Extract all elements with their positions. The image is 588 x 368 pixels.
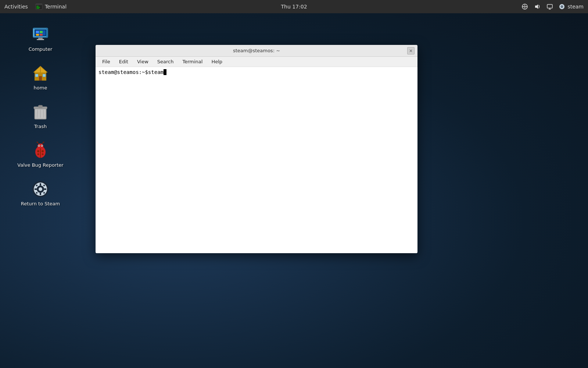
return-to-steam-label: Return to Steam (21, 201, 60, 207)
terminal-window: steam@steamos: ~ × File Edit View Search… (96, 45, 417, 253)
terminal-body[interactable]: steam@steamos:~$ steam (96, 67, 417, 253)
svg-marker-7 (535, 4, 538, 9)
svg-rect-2 (36, 6, 39, 7)
topbar-app-name: Terminal (45, 4, 67, 10)
volume-icon[interactable] (534, 3, 541, 10)
terminal-cursor (164, 69, 166, 75)
desktop-icon-trash[interactable]: Trash (0, 98, 81, 134)
svg-rect-28 (35, 74, 38, 77)
svg-line-35 (37, 110, 37, 118)
terminal-titlebar: steam@steamos: ~ × (96, 45, 417, 57)
svg-point-47 (37, 153, 39, 155)
svg-rect-22 (40, 31, 43, 33)
svg-rect-19 (38, 38, 43, 39)
svg-point-42 (39, 145, 39, 146)
terminal-command: steam (148, 69, 164, 75)
trash-label: Trash (34, 124, 47, 130)
desktop: Computer home (0, 13, 81, 368)
topbar: Activities Terminal Thu 17:02 (0, 0, 588, 13)
computer-label: Computer (29, 46, 53, 53)
svg-line-37 (43, 110, 44, 118)
menu-help[interactable]: Help (208, 58, 226, 65)
svg-rect-21 (36, 31, 39, 33)
desktop-icon-home[interactable]: home (0, 59, 81, 96)
terminal-prompt-text: steam@steamos:~$ (98, 69, 148, 75)
svg-rect-59 (35, 188, 37, 190)
activities-button[interactable]: Activities (4, 4, 28, 10)
svg-rect-23 (36, 34, 39, 36)
trash-icon (31, 102, 50, 121)
terminal-prompt-line: steam@steamos:~$ steam (98, 69, 415, 75)
desktop-icon-valve-bug[interactable]: Valve Bug Reporter (0, 137, 81, 173)
svg-point-13 (562, 6, 563, 7)
terminal-app-icon (35, 3, 43, 10)
svg-rect-1 (36, 4, 42, 5)
svg-rect-24 (40, 34, 43, 36)
svg-rect-34 (38, 105, 43, 107)
svg-point-56 (39, 187, 42, 191)
steam-tray[interactable]: steam (559, 3, 584, 10)
topbar-app: Terminal (35, 3, 67, 10)
valve-bug-label: Valve Bug Reporter (17, 162, 63, 169)
terminal-menubar: File Edit View Search Terminal Help (96, 57, 417, 67)
menu-file[interactable]: File (98, 58, 114, 65)
menu-terminal[interactable]: Terminal (179, 58, 206, 65)
svg-point-43 (42, 145, 42, 146)
steam-icon (31, 180, 50, 199)
terminal-close-button[interactable]: × (407, 47, 415, 54)
svg-rect-27 (39, 76, 42, 81)
svg-rect-60 (44, 188, 46, 190)
home-icon (31, 64, 50, 83)
display-icon[interactable] (546, 3, 553, 10)
menu-search[interactable]: Search (154, 58, 178, 65)
computer-icon (31, 25, 50, 44)
svg-rect-58 (40, 193, 41, 195)
topbar-datetime: Thu 17:02 (281, 4, 307, 10)
topbar-left: Activities Terminal (4, 3, 67, 10)
steam-label: steam (567, 4, 584, 10)
svg-point-48 (42, 153, 44, 155)
svg-rect-29 (43, 74, 46, 77)
terminal-title: steam@steamos: ~ (233, 48, 280, 53)
desktop-icon-return-to-steam[interactable]: Return to Steam (0, 175, 81, 212)
svg-rect-3 (36, 7, 40, 8)
network-icon[interactable] (521, 3, 528, 10)
svg-point-45 (37, 150, 39, 152)
svg-point-46 (42, 150, 44, 152)
topbar-right: steam (521, 3, 584, 10)
svg-rect-57 (40, 183, 41, 185)
menu-view[interactable]: View (133, 58, 152, 65)
svg-rect-8 (547, 4, 552, 8)
bug-icon (31, 141, 50, 160)
menu-edit[interactable]: Edit (115, 58, 132, 65)
home-label: home (34, 85, 47, 91)
svg-rect-20 (37, 39, 44, 40)
desktop-icon-computer[interactable]: Computer (0, 21, 81, 57)
svg-rect-4 (36, 8, 39, 9)
